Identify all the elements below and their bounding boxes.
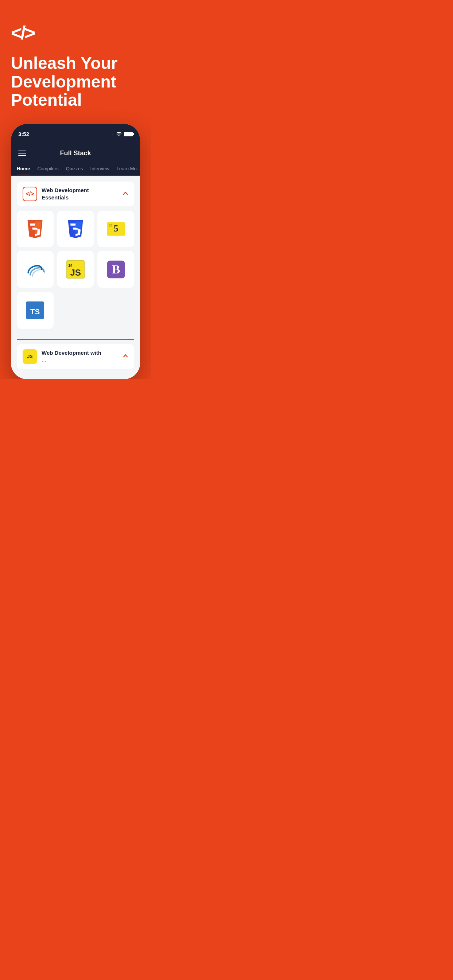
tab-learn-more[interactable]: Learn Mo...	[117, 162, 140, 175]
signal-dots-icon: ···	[109, 132, 114, 136]
tech-card-js5[interactable]: JS 5 JS	[97, 211, 134, 248]
section1-header[interactable]: </> Web DevelopmentEssentials	[17, 181, 134, 206]
tab-quizzes[interactable]: Quizzes	[66, 162, 83, 175]
tech-card-bootstrap[interactable]: B	[97, 251, 134, 288]
phone-notch	[54, 124, 97, 134]
tech-card-jquery[interactable]	[17, 251, 54, 288]
battery-icon	[124, 132, 133, 136]
navbar-title: Full Stack	[26, 150, 125, 157]
hero-title: Unleash Your Development Potential	[11, 54, 140, 110]
tech-grid: JS 5 JS	[17, 211, 134, 288]
tech-grid-row2: TS	[17, 292, 134, 329]
phone-navbar: Full Stack	[11, 145, 140, 162]
section1-icon: </>	[22, 187, 37, 201]
status-time: 3:52	[18, 131, 29, 137]
phone-mockup: 3:52 ··· Full Stack	[11, 124, 140, 379]
section2-header[interactable]: JS Web Development with...	[17, 344, 134, 369]
section1-chevron-up-icon[interactable]	[123, 190, 128, 197]
svg-text:5: 5	[113, 223, 118, 234]
section2-header-left: JS Web Development with...	[22, 349, 101, 364]
section2-icon: JS	[22, 349, 37, 364]
tech-card-typescript[interactable]: TS	[17, 292, 54, 329]
status-right: ···	[109, 131, 133, 137]
hero-section: </> Unleash Your Development Potential 3…	[0, 0, 151, 379]
section-divider	[17, 339, 134, 340]
code-icon: </>	[11, 22, 34, 44]
phone-tabs: Home Compilers Quizzes Interview Learn M…	[11, 162, 140, 176]
svg-text:JS: JS	[108, 223, 113, 227]
hamburger-menu-icon[interactable]	[18, 151, 26, 156]
section1-header-left: </> Web DevelopmentEssentials	[22, 187, 89, 201]
svg-text:TS: TS	[30, 308, 40, 316]
tech-card-js[interactable]: JS JS	[57, 251, 94, 288]
svg-text:JS: JS	[70, 267, 81, 277]
tab-compilers[interactable]: Compilers	[37, 162, 59, 175]
tab-home[interactable]: Home	[17, 162, 30, 175]
section1-title: Web DevelopmentEssentials	[41, 187, 89, 201]
svg-text:B: B	[112, 262, 120, 276]
section2-chevron-up-icon[interactable]	[123, 353, 128, 360]
wifi-icon	[116, 131, 122, 137]
phone-body: </> Web DevelopmentEssentials	[11, 176, 140, 379]
section2-title: Web Development with...	[41, 349, 101, 363]
tech-card-html5[interactable]	[17, 211, 54, 248]
headline-line2: Development	[11, 72, 116, 91]
headline-line3: Potential	[11, 91, 82, 110]
headline-line1: Unleash Your	[11, 54, 118, 73]
tech-card-css3[interactable]	[57, 211, 94, 248]
tab-interview[interactable]: Interview	[91, 162, 109, 175]
phone-status-bar: 3:52 ···	[11, 124, 140, 145]
